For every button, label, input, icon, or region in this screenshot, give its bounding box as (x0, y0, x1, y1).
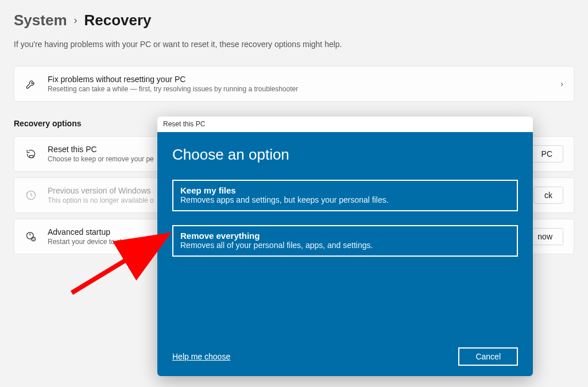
card-title: Fix problems without resetting your PC (48, 75, 550, 84)
breadcrumb: System › Recovery (14, 11, 574, 29)
history-icon (25, 189, 37, 202)
card-desc: Resetting can take a while — first, try … (48, 85, 550, 93)
dialog-body: Choose an option Keep my files Removes a… (157, 132, 533, 376)
breadcrumb-parent[interactable]: System (14, 11, 67, 29)
remove-everything-option[interactable]: Remove everything Removes all of your pe… (172, 225, 518, 257)
chevron-right-icon: › (560, 79, 563, 88)
page-subtitle: If you're having problems with your PC o… (14, 40, 574, 49)
option-title: Remove everything (180, 231, 510, 241)
wrench-icon (25, 78, 37, 90)
option-desc: Removes all of your personal files, apps… (180, 241, 510, 250)
option-title: Keep my files (180, 185, 510, 195)
breadcrumb-current: Recovery (84, 11, 152, 29)
svg-point-3 (32, 237, 36, 241)
dialog-heading: Choose an option (172, 146, 518, 164)
reset-pc-dialog: Reset this PC Choose an option Keep my f… (157, 117, 533, 376)
chevron-right-icon: › (74, 14, 78, 26)
card-body: Fix problems without resetting your PC R… (48, 75, 550, 93)
go-back-button: ck (533, 187, 563, 204)
keep-my-files-option[interactable]: Keep my files Removes apps and settings,… (172, 180, 518, 211)
help-me-choose-link[interactable]: Help me choose (172, 352, 230, 361)
power-gear-icon (25, 230, 37, 243)
dialog-titlebar: Reset this PC (157, 117, 533, 131)
option-desc: Removes apps and settings, but keeps you… (180, 195, 510, 204)
cancel-button[interactable]: Cancel (458, 347, 518, 366)
dialog-footer: Help me choose Cancel (172, 347, 518, 366)
reset-pc-button[interactable]: PC (531, 145, 563, 162)
reset-icon (25, 148, 37, 160)
fix-problems-card[interactable]: Fix problems without resetting your PC R… (14, 66, 574, 102)
